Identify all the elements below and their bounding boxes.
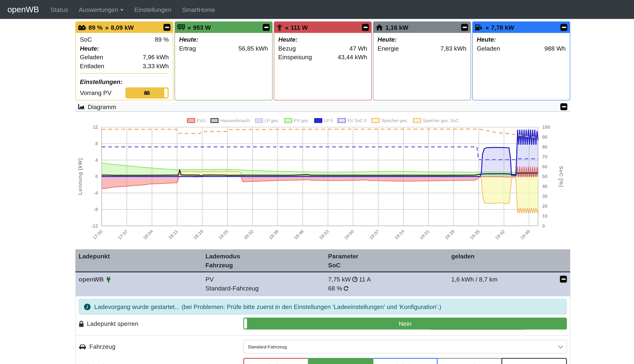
collapse-pv-button[interactable] [263,24,270,31]
sperren-row: Ladepunkt sperren Nein [79,318,567,330]
speicher-power-value: 8,09 kW [111,24,134,31]
card-ladepunkt: « 7,78 kW Heute: Geladen988 Wh [472,22,570,100]
brand-logo[interactable]: openWB [7,5,39,14]
legend-item[interactable]: EV SoC 0 [338,118,366,123]
svg-text:-12: -12 [91,223,98,228]
mode-zielladen-button[interactable]: Zielladen [372,358,438,364]
row-strom: 11 A [359,276,371,282]
legend-swatch [371,118,380,123]
legend-label: LP 5 [324,118,333,123]
area-chart-icon [78,104,85,109]
col-geladen: geladen [451,252,567,261]
legend-item[interactable]: LP ges. [255,118,279,123]
nav-item-auswertungen[interactable]: Auswertungen [79,6,124,13]
nav-item-status[interactable]: Status [51,6,68,13]
toggle-knob [164,88,168,97]
chart: EVUHausverbrauchLP ges.PV ges.LP 5EV SoC… [76,112,570,248]
legend-item[interactable]: Hausverbrauch [211,118,250,123]
legend-swatch [211,118,219,123]
einspeisung-label: Einspeisung [278,53,312,62]
collapse-speicher-button[interactable] [164,24,171,31]
house-icon [376,24,383,30]
collapse-diagram-button[interactable] [560,103,567,110]
svg-text:18:11: 18:11 [168,229,179,240]
battery-icon [78,24,86,30]
svg-text:10: 10 [542,214,547,218]
energie-value: 7,83 kWh [440,44,466,53]
soc-label: SoC [80,35,92,44]
collapse-lp-button[interactable] [560,24,567,31]
svg-text:18:25: 18:25 [218,229,229,240]
charging-station-icon [475,24,483,30]
evu-power-value: 111 W [291,24,308,31]
heute-label: Heute: [80,44,169,53]
heute-label: Heute: [278,35,367,44]
chevron-down-icon [558,343,563,348]
row-soc: 68 % [328,285,342,292]
sperren-toggle[interactable]: Nein [243,318,567,330]
power-tower-icon [277,24,282,31]
refresh-icon[interactable] [344,286,349,291]
mode-stop-button[interactable]: Stop [501,358,567,364]
legend-label: LP ges. [265,118,279,123]
nav-item-smarthome[interactable]: SmartHome [182,6,215,13]
sperren-value: Nein [399,320,411,327]
legend-item[interactable]: LP 5 [314,118,333,123]
row-leistung: 7,75 kW [328,276,351,282]
plug-icon [106,276,111,282]
vorrang-pv-label: Vorrang PV [80,88,111,97]
svg-text:18:46: 18:46 [293,229,305,240]
entladen-value: 3,33 kWh [143,62,169,70]
collapse-haus-button[interactable] [461,24,468,31]
info-alert: i Ladevorgang wurde gestartet... (bei Pr… [79,299,567,315]
svg-text:0: 0 [542,223,545,228]
svg-text:19:07: 19:07 [368,229,380,240]
svg-text:19:14: 19:14 [394,229,405,240]
legend-item[interactable]: Speicher ges. [371,118,408,123]
nav-item-einstellungen[interactable]: Einstellungen [134,6,171,13]
svg-text:-4: -4 [94,190,98,196]
toggle-knob [244,318,247,328]
svg-text:18:18: 18:18 [193,229,204,240]
mode-standby-button[interactable]: Standby [437,358,502,364]
geladen-label: Geladen [477,44,500,53]
card-haus: 1,16 kW Heute: Energie7,83 kWh [373,22,471,100]
chevrons-left-icon: « [485,24,489,31]
chart-canvas: 12840-4-8-12100908070605040302010017:501… [76,124,570,249]
collapse-row-button[interactable] [560,276,567,282]
lp-power-value: 7,78 kW [491,24,514,31]
legend-label: EVU [197,118,206,123]
fahrzeug-label: Fahrzeug [89,343,116,350]
legend-label: EV SoC 0 [348,118,366,123]
chargepoint-controls: i Ladevorgang wurde gestartet... (bei Pr… [76,296,570,364]
svg-text:SoC [%]: SoC [%] [558,166,564,187]
svg-text:18:04: 18:04 [142,229,154,240]
legend-item[interactable]: EVU [187,118,206,123]
legend-label: Hausverbrauch [220,118,250,123]
fahrzeug-select[interactable]: Standard-Fahrzeug [243,340,567,353]
svg-text:19:35: 19:35 [469,229,481,240]
col-fahrzeug: Fahrzeug [206,261,322,270]
col-soc: SoC [328,261,445,270]
mode-sofortladen-button[interactable]: Sofortladen [243,358,309,364]
svg-text:19:49: 19:49 [519,229,531,240]
vorrang-pv-toggle[interactable] [125,87,169,99]
legend-item[interactable]: Speicher ges. SoC [413,118,459,123]
einstellungen-label: Einstellungen: [80,78,169,86]
lademodus-button-group: Sofortladen PV Zielladen Standby Stop [243,358,567,364]
collapse-evu-button[interactable] [362,24,369,31]
svg-text:17:57: 17:57 [117,229,129,240]
ertrag-label: Ertrag [179,44,196,53]
legend-swatch [413,118,421,123]
heute-label: Heute: [179,35,268,44]
svg-text:8: 8 [96,141,98,146]
card-evu: « 111 W Heute: Bezug47 Wh Einspeisung43,… [274,22,372,100]
svg-text:19:28: 19:28 [444,229,456,240]
table-row[interactable]: openWB PVStandard-Fahrzeug 7,75 kW11 A 6… [76,272,570,296]
lademodus-row: Lademodus Sofortladen PV Zielladen Stand… [79,358,567,364]
legend-item[interactable]: PV ges. [284,118,309,123]
pv-power-value: 953 W [193,24,211,31]
mode-pv-button[interactable]: PV [308,358,373,364]
chevrons-right-icon: » [187,24,191,31]
geladen-value: 7,96 kWh [143,53,169,62]
